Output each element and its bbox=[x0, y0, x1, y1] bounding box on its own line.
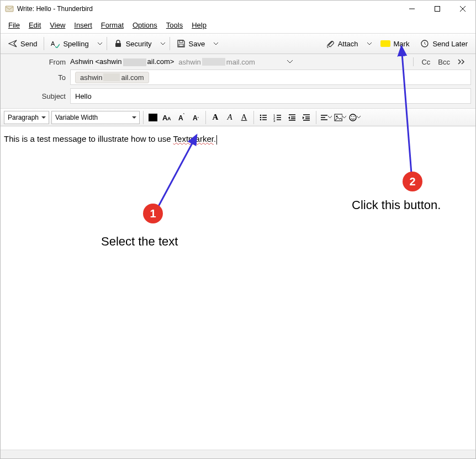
font-size-icon: AA bbox=[162, 113, 172, 122]
align-button[interactable] bbox=[320, 111, 332, 124]
annotation-arrow-1 bbox=[155, 135, 210, 223]
lock-icon bbox=[114, 39, 123, 48]
svg-rect-6 bbox=[115, 43, 121, 47]
font-family-combo[interactable]: Variable Width bbox=[51, 111, 140, 124]
message-body[interactable]: This is a test message to illustrate how… bbox=[1, 126, 475, 450]
annotation-arrow-2 bbox=[398, 46, 420, 179]
svg-line-44 bbox=[155, 135, 197, 212]
svg-point-18 bbox=[260, 119, 262, 120]
minimize-button[interactable] bbox=[399, 1, 425, 17]
text-caret bbox=[216, 135, 217, 145]
attach-button[interactable]: Attach bbox=[320, 35, 364, 52]
bullet-list-button[interactable] bbox=[257, 111, 269, 124]
compose-window: Write: Hello - Thunderbird File Edit Vie… bbox=[0, 0, 476, 459]
save-button[interactable]: Save bbox=[171, 35, 211, 52]
smiley-icon bbox=[348, 113, 357, 122]
svg-text:A: A bbox=[51, 40, 55, 47]
close-button[interactable] bbox=[450, 1, 475, 17]
bcc-button[interactable]: Bcc bbox=[438, 58, 450, 66]
subject-label: Subject bbox=[5, 92, 66, 100]
text-color-button[interactable] bbox=[147, 111, 159, 124]
save-label: Save bbox=[189, 40, 205, 48]
to-recipient-pill[interactable]: ashwinail.com bbox=[75, 72, 149, 83]
bullet-list-icon bbox=[259, 113, 268, 122]
spelling-dropdown[interactable] bbox=[94, 35, 105, 52]
statusbar bbox=[1, 450, 475, 458]
save-dropdown[interactable] bbox=[210, 35, 221, 52]
italic-button[interactable]: A bbox=[224, 111, 236, 124]
svg-text:3: 3 bbox=[273, 119, 276, 122]
send-button[interactable]: Send bbox=[3, 35, 43, 52]
numbered-list-button[interactable]: 123 bbox=[272, 111, 284, 124]
spelling-button[interactable]: A Spelling bbox=[45, 35, 94, 52]
font-size-cycle-button[interactable]: AA bbox=[161, 111, 173, 124]
outdent-icon bbox=[288, 113, 297, 122]
to-label: To bbox=[5, 73, 66, 82]
save-icon bbox=[177, 39, 186, 48]
chevron-double-right-icon bbox=[458, 59, 466, 65]
security-dropdown[interactable] bbox=[157, 35, 168, 52]
menu-view[interactable]: View bbox=[45, 19, 70, 31]
cc-button[interactable]: Cc bbox=[421, 58, 430, 66]
svg-text:˄: ˄ bbox=[183, 113, 185, 117]
svg-point-17 bbox=[260, 116, 262, 118]
font-size-decrease-button[interactable]: A˄ bbox=[176, 111, 188, 124]
annotation-badge-1: 1 bbox=[143, 204, 163, 223]
from-label: From bbox=[5, 58, 66, 66]
window-controls bbox=[399, 1, 475, 17]
menu-tools[interactable]: Tools bbox=[162, 19, 187, 31]
svg-point-16 bbox=[260, 114, 262, 116]
font-smaller-icon: A˄ bbox=[177, 113, 186, 122]
from-dropdown[interactable] bbox=[287, 58, 293, 66]
menu-edit[interactable]: Edit bbox=[24, 19, 45, 31]
numbered-list-icon: 123 bbox=[273, 113, 282, 122]
titlebar: Write: Hello - Thunderbird bbox=[1, 1, 475, 17]
more-recipients-button[interactable] bbox=[458, 58, 466, 66]
chevron-down-icon bbox=[328, 115, 332, 119]
menubar: File Edit View Insert Format Options Too… bbox=[1, 17, 475, 33]
svg-rect-7 bbox=[179, 44, 183, 46]
svg-point-40 bbox=[336, 115, 338, 117]
svg-rect-2 bbox=[435, 7, 440, 12]
security-button[interactable]: Security bbox=[108, 35, 157, 52]
send-later-button[interactable]: Send Later bbox=[415, 35, 473, 52]
font-larger-icon: A˅ bbox=[192, 113, 200, 122]
paragraph-style-combo[interactable]: Paragraph bbox=[4, 111, 49, 124]
svg-line-45 bbox=[401, 46, 411, 173]
menu-file[interactable]: File bbox=[4, 19, 24, 31]
window-title: Write: Hello - Thunderbird bbox=[17, 5, 93, 13]
maximize-button[interactable] bbox=[425, 1, 450, 17]
svg-point-43 bbox=[353, 116, 355, 117]
paperclip-icon bbox=[326, 39, 335, 48]
svg-rect-0 bbox=[6, 6, 13, 12]
outdent-button[interactable] bbox=[286, 111, 298, 124]
color-swatch-icon bbox=[149, 114, 157, 121]
emoji-button[interactable] bbox=[348, 111, 361, 124]
chevron-down-icon bbox=[214, 41, 218, 46]
chevron-down-icon bbox=[367, 41, 372, 46]
indent-button[interactable] bbox=[300, 111, 313, 124]
menu-options[interactable]: Options bbox=[128, 19, 162, 31]
menu-insert[interactable]: Insert bbox=[70, 19, 97, 31]
indent-icon bbox=[302, 113, 311, 122]
spelling-label: Spelling bbox=[63, 40, 88, 48]
insert-image-button[interactable] bbox=[334, 111, 346, 124]
menu-help[interactable]: Help bbox=[187, 19, 211, 31]
bold-button[interactable]: A bbox=[209, 111, 221, 124]
underline-button[interactable]: A bbox=[238, 111, 250, 124]
attach-dropdown[interactable] bbox=[364, 35, 375, 52]
menu-format[interactable]: Format bbox=[97, 19, 128, 31]
svg-point-42 bbox=[351, 116, 352, 117]
send-icon bbox=[8, 39, 17, 48]
spelling-icon: A bbox=[51, 39, 60, 48]
separator bbox=[44, 37, 44, 50]
send-later-label: Send Later bbox=[432, 40, 468, 48]
chevron-down-icon bbox=[98, 41, 102, 46]
align-icon bbox=[320, 113, 328, 122]
thunderbird-icon bbox=[5, 4, 14, 13]
font-size-increase-button[interactable]: A˅ bbox=[190, 111, 202, 124]
from-identity[interactable]: Ashwin <ashwinail.com> bbox=[70, 57, 174, 66]
clock-icon bbox=[420, 39, 429, 48]
chevron-down-icon bbox=[342, 115, 346, 119]
redacted bbox=[123, 58, 146, 66]
